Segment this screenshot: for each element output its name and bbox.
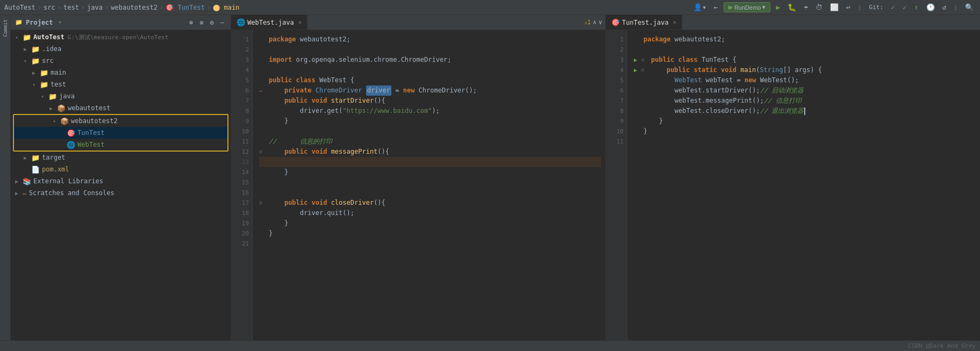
webautotest-label: webautotest (68, 104, 110, 112)
tree-item-tuntest[interactable]: 🎯 TunTest (14, 127, 227, 139)
breadcrumb-autotest[interactable]: AutoTest (4, 4, 35, 11)
tree-item-src[interactable]: ▾ 📁 src (11, 55, 231, 67)
run-play-icon[interactable]: ▶ (774, 2, 782, 12)
breadcrumb-test[interactable]: test (63, 4, 79, 11)
tuntest-tab-close[interactable]: ✕ (673, 19, 677, 26)
breadcrumb: AutoTest › src › test › java › webautote… (4, 4, 691, 11)
code-line (259, 177, 601, 188)
debug-icon[interactable]: 🐛 (785, 2, 798, 12)
tuntest-label: TunTest (77, 129, 105, 137)
tree-item-target[interactable]: ▶ 📁 target (11, 152, 231, 163)
git-check-icon[interactable]: ✓ (889, 2, 897, 12)
code-line: } (259, 167, 601, 177)
breadcrumb-java[interactable]: java (87, 4, 103, 11)
tree-item-main[interactable]: ▶ 📁 main (11, 67, 231, 78)
run-marker-2[interactable]: ▶ (634, 65, 641, 75)
tree-item-webtest[interactable]: 🌐 WebTest (14, 139, 227, 151)
dropdown-arrow[interactable]: ▾ (59, 19, 62, 26)
src-label: src (42, 57, 54, 65)
code-line: // 信息的打印 (259, 137, 601, 147)
code-line: WebTest webTest = new WebTest(); (634, 75, 976, 85)
commit-tab[interactable]: Commit (2, 17, 9, 39)
warn-icon-left: ⚠1 (584, 19, 591, 25)
tuntest-tab-label: TunTest.java (622, 19, 669, 26)
git-history-icon[interactable]: 🕐 (924, 2, 937, 12)
tree-item-webautotest2[interactable]: ▾ 📦 webautotest2 (14, 115, 227, 127)
dropdown-icon: ▾ (762, 4, 766, 11)
breadcrumb-src[interactable]: src (44, 4, 55, 11)
nav-up-left[interactable]: ∧ (593, 19, 597, 26)
root-path: G:\测试\measure-open\AutoTest (68, 33, 169, 41)
code-line: ⊟ public void messagePrint(){ (259, 147, 601, 157)
webtest-tab-close[interactable]: ✕ (298, 19, 302, 26)
code-line: } (634, 126, 976, 137)
run-marker-1[interactable]: ▶ (634, 55, 641, 65)
left-tabs: Commit (0, 15, 11, 340)
search-icon[interactable]: 🔍 (963, 2, 976, 12)
breadcrumb-webautotest2[interactable]: webautotest2 (111, 4, 158, 11)
editor-tabs-left: 🌐 WebTest.java ✕ ⚠1 ∧ ∨ (231, 15, 605, 30)
sidebar-tree: ▾ 📁 AutoTest G:\测试\measure-open\AutoTest… (11, 30, 231, 340)
code-line: package webautotest2; (634, 34, 976, 45)
line-numbers-right: 1234 5678 91011 (606, 30, 627, 340)
webtest-tab-icon: 🌐 (237, 18, 245, 26)
code-line: webTest.messagePrint();// 信息打印 (634, 96, 976, 106)
tab-tuntest[interactable]: 🎯 TunTest.java ✕ (606, 15, 682, 30)
tuntest-tab-icon: 🎯 (611, 18, 620, 26)
toolbar-actions: 👤▾ ← ▶ RunDemo ▾ ▶ 🐛 ☂ ⏱ ⬜ ↩ | Git: ✓ ✓ … (691, 2, 976, 12)
gear-icon[interactable]: ⚙ (208, 18, 216, 27)
code-area-right[interactable]: package webautotest2; ▶ ⊟ public class T… (627, 30, 980, 340)
code-line: } (259, 116, 601, 126)
coverage-icon[interactable]: ☂ (802, 2, 810, 12)
code-line (259, 239, 601, 249)
tab-webtest[interactable]: 🌐 WebTest.java ✕ (231, 15, 307, 30)
code-line (259, 45, 601, 55)
tree-item-java[interactable]: ▾ 📁 java (11, 90, 231, 102)
run-button[interactable]: ▶ RunDemo ▾ (724, 2, 771, 12)
nav-down-left[interactable]: ∨ (598, 19, 602, 26)
tree-item-root[interactable]: ▾ 📁 AutoTest G:\测试\measure-open\AutoTest (11, 31, 231, 43)
folder-icon: 📁 (15, 19, 23, 26)
editor-area: 🌐 WebTest.java ✕ ⚠1 ∧ ∨ 1234 5678 910111… (231, 15, 980, 340)
editor-pane-webtest: 🌐 WebTest.java ✕ ⚠1 ∧ ∨ 1234 5678 910111… (231, 15, 606, 340)
code-line: webTest.closeDriver();// 退出浏览器 (634, 106, 976, 116)
run-icon: ▶ (728, 4, 733, 11)
code-line (259, 65, 601, 75)
undo-icon[interactable]: ↩ (844, 2, 853, 12)
tree-item-pom[interactable]: 📄 pom.xml (11, 163, 231, 175)
tree-item-ext-libs[interactable]: ▶ 📚 External Libraries (11, 175, 231, 187)
code-line (634, 137, 976, 147)
code-area-left[interactable]: package webautotest2; import org.openqa.… (253, 30, 605, 340)
back-icon[interactable]: ← (712, 2, 720, 12)
tree-item-scratches[interactable]: ▶ ✏️ Scratches and Consoles (11, 187, 231, 199)
tree-item-idea[interactable]: ▶ 📁 .idea (11, 43, 231, 55)
tree-item-test[interactable]: ▾ 📁 test (11, 78, 231, 90)
git-up-icon[interactable]: ↑ (912, 2, 921, 12)
yellow-box: ▾ 📦 webautotest2 🎯 TunTest 🌐 WebTest (13, 114, 228, 152)
breadcrumb-tuntest[interactable]: 🎯 TunTest (166, 4, 205, 11)
code-line (259, 188, 601, 198)
line-numbers-left: 1234 5678 9101112 13141516 17181920 21 (231, 30, 253, 340)
locate-icon[interactable]: ⊕ (187, 18, 195, 27)
run-label: RunDemo (734, 4, 761, 11)
watermark: CSDN @Dark And Grey (908, 342, 976, 349)
git-check2-icon[interactable]: ✓ (900, 2, 909, 12)
breadcrumb-main[interactable]: ⬤ main (213, 4, 239, 11)
git-revert-icon[interactable]: ↺ (940, 2, 949, 12)
editor-content-left: 1234 5678 9101112 13141516 17181920 21 p… (231, 30, 605, 340)
stop-icon[interactable]: ⬜ (828, 2, 841, 12)
collapse-icon[interactable]: ≡ (197, 18, 205, 27)
hide-icon[interactable]: — (218, 18, 226, 27)
java-label: java (59, 92, 75, 100)
sidebar: 📁 Project ▾ ⊕ ≡ ⚙ — ▾ 📁 AutoTest G:\测试\m… (11, 15, 231, 340)
code-line: ▶ ⊟ public static void main(String[] arg… (634, 65, 976, 75)
sidebar-title: Project (26, 19, 53, 26)
profile-icon[interactable]: ⏱ (813, 2, 825, 12)
title-bar: AutoTest › src › test › java › webautote… (0, 0, 980, 15)
code-line-highlighted (259, 157, 601, 167)
person-icon[interactable]: 👤▾ (691, 2, 709, 12)
tree-item-webautotest[interactable]: ▶ 📦 webautotest (11, 102, 231, 114)
ext-libs-label: External Libraries (33, 177, 103, 185)
code-line: — private ChromeDriver driver = new Chro… (259, 85, 601, 96)
sidebar-header-actions: ⊕ ≡ ⚙ — (187, 18, 226, 27)
